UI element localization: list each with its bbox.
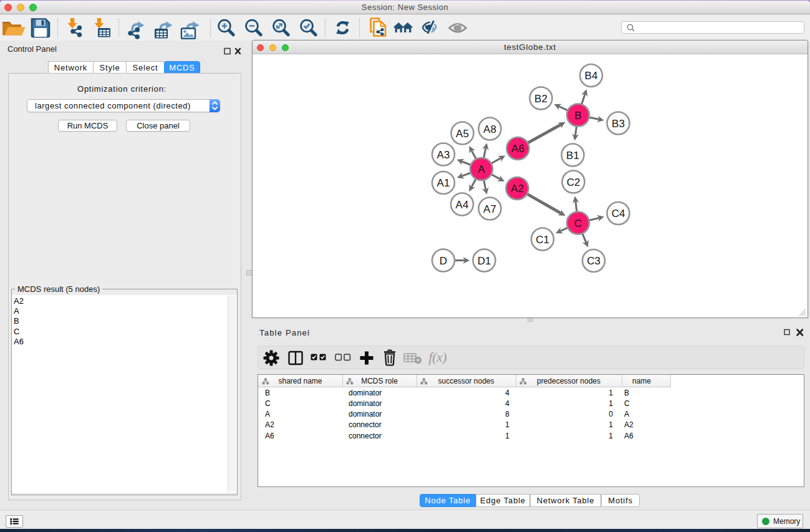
svg-text:A5: A5: [456, 128, 469, 140]
svg-text:A4: A4: [456, 199, 469, 211]
svg-text:B4: B4: [585, 70, 598, 82]
svg-text:D: D: [440, 255, 447, 267]
svg-text:B3: B3: [612, 118, 625, 130]
svg-text:B2: B2: [534, 93, 547, 105]
svg-text:C3: C3: [587, 255, 600, 267]
svg-text:A7: A7: [483, 203, 496, 215]
svg-text:C1: C1: [536, 234, 549, 246]
svg-text:A: A: [478, 163, 485, 175]
svg-text:A8: A8: [483, 123, 496, 135]
svg-text:A3: A3: [437, 149, 450, 161]
svg-text:A2: A2: [511, 183, 524, 195]
svg-text:C2: C2: [567, 177, 581, 188]
svg-text:A6: A6: [511, 143, 524, 155]
svg-text:B: B: [574, 110, 581, 122]
svg-text:C: C: [574, 218, 582, 230]
svg-text:B1: B1: [566, 150, 579, 162]
svg-text:A1: A1: [437, 177, 450, 189]
svg-text:C4: C4: [612, 208, 625, 220]
svg-text:D1: D1: [478, 255, 491, 267]
